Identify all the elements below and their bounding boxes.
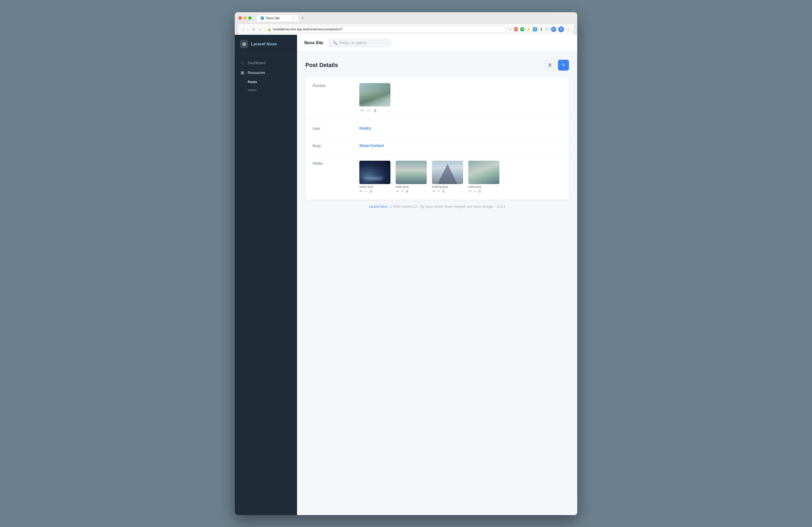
info-icon[interactable]: ℹ bbox=[539, 27, 543, 31]
traffic-lights bbox=[238, 16, 252, 20]
preview-more-button[interactable]: ··· bbox=[387, 109, 390, 113]
bolt-icon[interactable]: ⚡ bbox=[526, 27, 531, 31]
tab-favicon: N bbox=[260, 16, 264, 20]
logo-icon: ◎ bbox=[240, 40, 248, 48]
new-tab-button[interactable]: + bbox=[299, 15, 306, 22]
app-layout: ◎ Laravel Nova ⌂ Dashboard ⊞ Resources P… bbox=[235, 35, 577, 515]
media-0-more-button[interactable]: ··· bbox=[388, 189, 390, 193]
preview-value: 👁 ✏ 🗑 ··· bbox=[359, 83, 562, 113]
maximize-button[interactable] bbox=[248, 16, 252, 20]
media-thumbnail-2 bbox=[432, 161, 463, 184]
adblock-icon[interactable]: ABP bbox=[514, 27, 518, 31]
browser-window: N Nova Site × + ‹ › ⟳ ⌂ 🔒 ☆ ABP V bbox=[235, 12, 577, 515]
preview-row: Preview 👁 ✏ 🗑 ··· bbox=[305, 77, 569, 120]
home-button[interactable]: ⌂ bbox=[258, 27, 262, 32]
media-item-1: water.jpeg 👁 ✏ 🗑 ··· bbox=[396, 161, 427, 194]
media-0-delete-button[interactable]: 🗑 bbox=[369, 189, 373, 194]
media-1-view-button[interactable]: 👁 bbox=[396, 189, 399, 194]
search-icon: 🔍 bbox=[333, 41, 337, 45]
close-button[interactable] bbox=[238, 16, 242, 20]
media-2-view-button[interactable]: 👁 bbox=[432, 189, 436, 194]
sidebar-item-resources[interactable]: ⊞ Resources bbox=[235, 68, 297, 78]
page-content: Post Details 🗑 ✎ Preview bbox=[297, 52, 577, 515]
address-input[interactable] bbox=[265, 26, 506, 33]
d-extension-icon[interactable]: D bbox=[533, 27, 537, 31]
media-item-3: water.jpeg 👁 ✏ 🗑 ··· bbox=[468, 161, 499, 194]
media-3-more-button[interactable]: ··· bbox=[497, 189, 499, 193]
media-2-more-button[interactable]: ··· bbox=[461, 189, 463, 193]
tab-close-button[interactable]: × bbox=[293, 16, 295, 20]
media-gallery: space.jpeg 👁 ✏ 🗑 ··· bbox=[359, 161, 562, 194]
user-row: User Dmitry bbox=[305, 120, 569, 137]
body-value: Show Content bbox=[359, 143, 562, 148]
sidebar-item-users[interactable]: Users bbox=[235, 86, 297, 94]
media-actions-2: 👁 ✏ 🗑 ··· bbox=[432, 189, 463, 194]
media-1-more-button[interactable]: ··· bbox=[424, 189, 427, 193]
main-content: Nova Site 🔍 Press / to search Post Detai… bbox=[297, 35, 577, 515]
media-actions-1: 👁 ✏ 🗑 ··· bbox=[396, 189, 427, 194]
media-1-edit-button[interactable]: ✏ bbox=[401, 189, 404, 194]
sidebar-label-posts: Posts bbox=[248, 80, 257, 84]
media-thumbnail-1 bbox=[396, 161, 427, 184]
user-label: User bbox=[313, 126, 359, 131]
tab-bar: N Nova Site × + bbox=[257, 15, 306, 22]
forward-button[interactable]: › bbox=[246, 27, 250, 32]
delete-button[interactable]: 🗑 bbox=[545, 60, 555, 71]
media-3-edit-button[interactable]: ✏ bbox=[474, 189, 477, 194]
reload-button[interactable]: ⟳ bbox=[251, 27, 256, 32]
user-value: Dmitry bbox=[359, 126, 562, 131]
media-actions-3: 👁 ✏ 🗑 ··· bbox=[468, 189, 499, 194]
sidebar-label-resources: Resources bbox=[248, 71, 265, 75]
app-header: Nova Site 🔍 Press / to search bbox=[297, 35, 577, 52]
media-2-delete-button[interactable]: 🗑 bbox=[442, 189, 446, 194]
preview-edit-button[interactable]: ✏ bbox=[366, 108, 371, 113]
home-icon: ⌂ bbox=[240, 60, 245, 65]
edit-button[interactable]: ✎ bbox=[558, 60, 569, 71]
lock-icon: 🔒 bbox=[267, 28, 271, 31]
media-1-delete-button[interactable]: 🗑 bbox=[405, 189, 409, 194]
media-filename-3: water.jpeg bbox=[468, 185, 499, 188]
preview-delete-button[interactable]: 🗑 bbox=[373, 108, 377, 113]
media-3-delete-button[interactable]: 🗑 bbox=[478, 189, 482, 194]
google-icon[interactable]: G bbox=[551, 27, 556, 32]
media-2-edit-button[interactable]: ✏ bbox=[437, 189, 440, 194]
browser-titlebar: N Nova Site × + ‹ › ⟳ ⌂ 🔒 ☆ ABP V bbox=[235, 12, 577, 35]
user-link[interactable]: Dmitry bbox=[359, 126, 371, 130]
body-label: Body bbox=[313, 143, 359, 148]
preview-image-actions: 👁 ✏ 🗑 ··· bbox=[359, 106, 390, 113]
active-tab[interactable]: N Nova Site × bbox=[257, 15, 298, 22]
media-filename-0: space.jpeg bbox=[359, 185, 390, 188]
sidebar-logo: ◎ Laravel Nova bbox=[235, 35, 297, 54]
user-avatar[interactable]: D bbox=[558, 27, 564, 32]
media-thumbnail-0 bbox=[359, 161, 390, 184]
sidebar-item-posts[interactable]: Posts bbox=[235, 78, 297, 86]
footer-separator: · bbox=[388, 205, 390, 209]
media-filename-1: water.jpeg bbox=[396, 185, 427, 188]
show-content-link[interactable]: Show Content bbox=[359, 144, 384, 148]
media-0-view-button[interactable]: 👁 bbox=[359, 189, 363, 194]
tab-title: Nova Site bbox=[266, 16, 280, 20]
bookmark-icon[interactable]: ☆ bbox=[508, 27, 512, 31]
minimize-button[interactable] bbox=[243, 16, 247, 20]
nav-buttons: ‹ › ⟳ ⌂ bbox=[242, 27, 262, 32]
body-row: Body Show Content bbox=[305, 137, 569, 155]
v-extension-icon[interactable]: V bbox=[520, 27, 524, 31]
media-item-2: building.jpeg 👁 ✏ 🗑 ··· bbox=[432, 161, 463, 194]
back-button[interactable]: ‹ bbox=[242, 27, 245, 32]
media-label: Media bbox=[313, 161, 359, 165]
address-bar-wrapper: 🔒 bbox=[265, 26, 506, 33]
search-box[interactable]: 🔍 Press / to search bbox=[329, 39, 391, 47]
search-placeholder-text: Press / to search bbox=[339, 41, 366, 45]
media-0-edit-button[interactable]: ✏ bbox=[364, 189, 367, 194]
browser-menu-button[interactable]: ⋮ bbox=[566, 27, 570, 32]
media-filename-2: building.jpeg bbox=[432, 185, 463, 188]
shield-icon[interactable]: 🛡 bbox=[545, 27, 549, 31]
sidebar: ◎ Laravel Nova ⌂ Dashboard ⊞ Resources P… bbox=[235, 35, 297, 515]
media-item-0: space.jpeg 👁 ✏ 🗑 ··· bbox=[359, 161, 390, 194]
footer-copyright: © 2020 Laravel LLC - By Taylor Otwell, D… bbox=[390, 205, 494, 209]
preview-view-button[interactable]: 👁 bbox=[360, 108, 364, 113]
media-3-view-button[interactable]: 👁 bbox=[468, 189, 472, 194]
footer-link[interactable]: Laravel Nova bbox=[369, 205, 387, 209]
sidebar-label-users: Users bbox=[248, 88, 257, 92]
sidebar-item-dashboard[interactable]: ⌂ Dashboard bbox=[235, 58, 297, 68]
